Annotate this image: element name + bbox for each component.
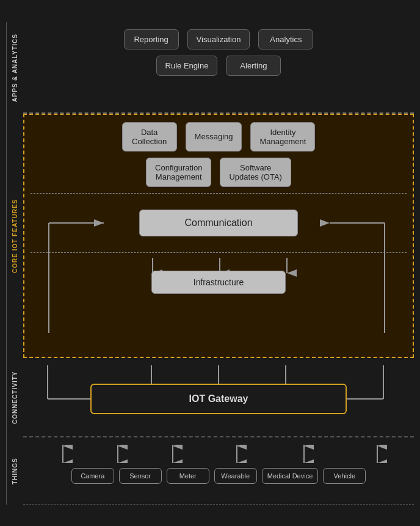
- section-core: Data Collection Messaging Identity Manag…: [23, 114, 414, 358]
- box-sensor: Sensor: [119, 468, 162, 484]
- label-things: THINGS: [6, 437, 23, 505]
- box-meter: Meter: [167, 468, 209, 484]
- core-row2: Configuration Management Software Update…: [31, 158, 407, 187]
- infrastructure-box-wrapper: Infrastructure: [151, 271, 286, 294]
- content-area: Reporting Visualization Analytics Rule E…: [23, 22, 414, 505]
- things-arrows-svg: [29, 445, 408, 463]
- box-software-updates: Software Updates (OTA): [220, 158, 291, 187]
- box-messaging: Messaging: [186, 122, 242, 152]
- section-connectivity: IOT Gateway: [23, 358, 414, 437]
- box-reporting: Reporting: [124, 29, 179, 49]
- box-camera: Camera: [71, 468, 114, 484]
- core-top: Data Collection Messaging Identity Manag…: [31, 122, 407, 187]
- communication-box-wrapper: Communication: [139, 210, 298, 236]
- side-labels: APPS & ANALYTICS CORE IOT FEATURES CONNE…: [6, 22, 23, 505]
- box-data-collection: Data Collection: [122, 122, 177, 152]
- box-communication: Communication: [139, 210, 298, 236]
- box-analytics: Analytics: [258, 29, 313, 49]
- apps-row1: Reporting Visualization Analytics: [29, 29, 408, 49]
- label-core: CORE IOT FEATURES: [6, 114, 23, 358]
- core-row1: Data Collection Messaging Identity Manag…: [31, 122, 407, 152]
- section-apps: Reporting Visualization Analytics Rule E…: [23, 22, 414, 114]
- label-connectivity: CONNECTIVITY: [6, 358, 23, 437]
- box-config-mgmt: Configuration Management: [146, 158, 211, 187]
- infrastructure-area: Infrastructure: [31, 258, 407, 307]
- box-alerting: Alerting: [226, 56, 281, 76]
- box-vehicle: Vehicle: [323, 468, 366, 484]
- section-things: Camera Sensor Meter Wearable Medical Dev…: [23, 437, 414, 505]
- box-visualization: Visualization: [187, 29, 250, 49]
- core-divider1: [31, 193, 407, 194]
- gateway-box-wrapper: IOT Gateway: [90, 384, 347, 414]
- box-rule-engine: Rule Engine: [156, 56, 218, 76]
- label-apps: APPS & ANALYTICS: [6, 22, 23, 114]
- box-identity-mgmt: Identity Management: [250, 122, 315, 152]
- connectivity-inner: IOT Gateway: [29, 365, 408, 433]
- box-medical-device: Medical Device: [262, 468, 319, 484]
- main-container: APPS & ANALYTICS CORE IOT FEATURES CONNE…: [6, 22, 414, 505]
- core-divider2: [31, 252, 407, 253]
- things-arrows-area: [29, 445, 408, 463]
- box-infrastructure: Infrastructure: [151, 271, 286, 294]
- apps-row2: Rule Engine Alerting: [29, 56, 408, 76]
- box-gateway: IOT Gateway: [90, 384, 347, 414]
- things-row: Camera Sensor Meter Wearable Medical Dev…: [29, 468, 408, 484]
- communication-area: Communication: [31, 199, 407, 247]
- box-wearable: Wearable: [214, 468, 257, 484]
